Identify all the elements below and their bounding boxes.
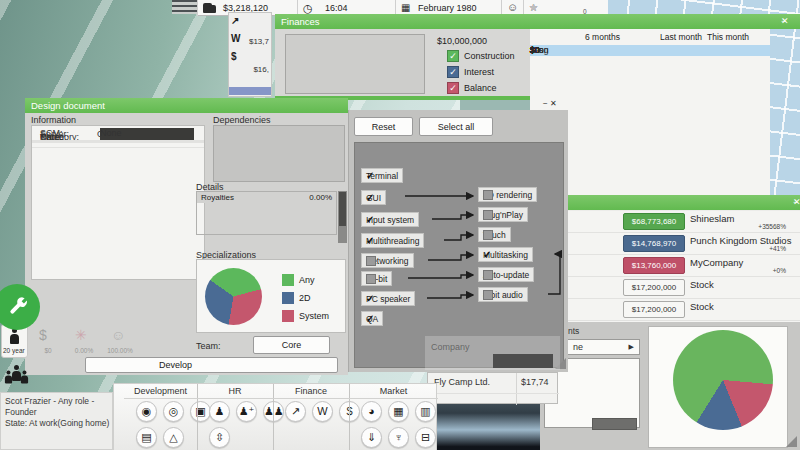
spec-legend-swatch — [282, 292, 294, 304]
stock-value-chip: $17,200,000 — [623, 301, 685, 318]
faded-stat-label: 0.00% — [69, 347, 99, 354]
spec-legend-label: Any — [299, 275, 315, 285]
stock-value-chip: $17,200,000 — [623, 279, 685, 296]
feature-64-bit[interactable]: 64-bit — [361, 271, 392, 286]
legend-checkbox[interactable]: ✓ — [447, 50, 459, 62]
company-row-name[interactable]: Fly Camp Ltd. — [434, 377, 490, 387]
resize-handle[interactable] — [786, 436, 797, 447]
company-list: Fly Camp Ltd. $17,74 — [427, 372, 558, 404]
trend-icon[interactable]: ↗ — [285, 401, 306, 422]
stock-window: −✕ $68,773,680Shineslam+35568%$14,768,97… — [568, 195, 800, 322]
finances-y-max: $10,000,000 — [437, 36, 487, 46]
toolbar-section-title: Development — [124, 386, 197, 396]
computer-icon[interactable]: ▣ — [190, 401, 211, 422]
stock-row[interactable]: $17,200,000Stock — [568, 277, 800, 299]
company-header: Company — [431, 342, 470, 352]
dependencies-label: Dependencies — [213, 115, 271, 125]
feature-auto-update[interactable]: Auto-update — [478, 267, 534, 282]
dollar-icon[interactable]: $ — [231, 51, 237, 62]
spec-legend-label: System — [299, 311, 329, 321]
design-titlebar[interactable]: Design document — [25, 98, 348, 113]
research-icon[interactable]: △ — [163, 427, 184, 448]
payments-button[interactable] — [592, 418, 637, 430]
toolbar-section-title: HR — [197, 386, 273, 396]
distribution-icon[interactable]: ⇓ — [361, 427, 382, 448]
market-globe-icon[interactable]: ◕ — [361, 401, 382, 422]
spec-legend-swatch — [282, 310, 294, 322]
line-chart-icon[interactable]: W — [231, 33, 240, 44]
legend-checkbox[interactable]: ✓ — [447, 82, 459, 94]
stock-titlebar[interactable] — [568, 195, 800, 210]
stock-value-chip: $13,760,000 — [623, 257, 685, 274]
stock-name: Stock — [690, 301, 714, 312]
finance-table-titlebar[interactable]: −✕ — [530, 14, 800, 29]
feature-terminal[interactable]: ✓Terminal — [361, 168, 403, 183]
info-value[interactable]: None — [100, 128, 122, 138]
money-icon-2 — [209, 5, 216, 13]
group-tool[interactable] — [3, 361, 33, 393]
person-icon — [10, 328, 19, 344]
wrench-icon — [6, 295, 30, 319]
close-icon: ✕ — [793, 195, 800, 210]
side-chart-panel: ↗W$ $13,7$16, — [228, 12, 272, 97]
company-row-value: $17,74 — [521, 377, 549, 387]
details-scrollbar[interactable] — [338, 191, 347, 243]
legend-label: Construction — [464, 51, 515, 61]
stock-change: +35568% — [758, 223, 786, 230]
features-panel: Reset Select all ✓Terminal✓GUI✓Input sys… — [348, 110, 568, 372]
info-row: SCM:None — [32, 126, 204, 141]
employee-status-panel: Scot Frazier - Any role -FounderState: A… — [0, 392, 113, 450]
legend-checkbox[interactable]: ✓ — [447, 66, 459, 78]
design-title: Design document — [31, 100, 105, 111]
stock-row[interactable]: $13,760,000MyCompany+0% — [568, 255, 800, 277]
feature-multithreading[interactable]: ✓Multithreading — [361, 233, 424, 248]
faded-stat-icon: $ — [39, 327, 47, 343]
mood-smiley-icon: ☺ — [507, 1, 518, 13]
employee-icon[interactable]: ♟ — [209, 401, 230, 422]
faded-stat-icon: ☺ — [111, 327, 125, 343]
spec-legend-any: Any — [282, 274, 342, 288]
stock-row[interactable]: $68,773,680Shineslam+35568% — [568, 211, 800, 233]
stock-row[interactable]: $17,200,000Stock — [568, 299, 800, 321]
stock-name: Shineslam — [690, 213, 734, 224]
modules-icon[interactable]: ◉ — [136, 401, 157, 422]
close-icon: ✕ — [781, 14, 789, 29]
feature-networking[interactable]: Networking — [361, 253, 414, 268]
feature-3d-rendering[interactable]: 3D rendering — [478, 187, 537, 202]
dependencies-box — [213, 125, 345, 182]
calendar-deals-icon[interactable]: ⊟ — [415, 427, 436, 448]
company-tab[interactable] — [493, 354, 553, 368]
mini-window-controls[interactable]: − ✕ — [543, 99, 557, 108]
feature-8-bit-audio[interactable]: 8-bit audio — [478, 287, 528, 302]
spec-legend-label: 2D — [299, 293, 311, 303]
team-select-button[interactable]: Core — [253, 336, 330, 354]
legend-label: Balance — [464, 83, 497, 93]
star-icon: ★ — [529, 0, 538, 15]
publisher-icon[interactable]: ♆ — [388, 427, 409, 448]
toolbar-header-line — [124, 398, 197, 399]
feature-gui[interactable]: ✓GUI — [361, 190, 386, 205]
faded-stat-label: $0 — [33, 347, 63, 354]
status-line: Founder — [5, 407, 37, 417]
stocks-icon[interactable]: ▦ — [388, 401, 409, 422]
hire-employee-icon[interactable]: ♟⁺ — [236, 401, 257, 422]
faded-stat: $$0 — [31, 325, 63, 361]
news-icon[interactable]: ▥ — [415, 401, 436, 422]
chart-icon[interactable]: W — [312, 401, 333, 422]
roles-icon[interactable]: ⇳ — [209, 427, 230, 448]
bottom-toolbar: Development◉◎▣▤△HR♟♟⁺♟♟⇳Finance↗W$Market… — [113, 383, 437, 450]
feature-input-system[interactable]: ✓Input system — [361, 212, 419, 227]
feature-qa[interactable]: ✓QA — [361, 311, 383, 326]
spec-legend-swatch — [282, 274, 294, 286]
finances-title: Finances — [281, 16, 320, 27]
trend-arrow-icon[interactable]: ↗ — [231, 15, 239, 26]
feature-plug-nplay[interactable]: Plug'nPlay — [478, 207, 528, 222]
stock-row[interactable]: $14,768,970Punch Kingdom Studios+41% — [568, 233, 800, 255]
contract-icon[interactable]: ▤ — [136, 427, 157, 448]
time-value: 16:04 — [325, 3, 348, 13]
stock-change: +0% — [773, 267, 786, 274]
feature-touch[interactable]: Touch — [478, 227, 511, 242]
feature-multitasking[interactable]: ✓Multitasking — [478, 247, 533, 262]
os-disc-icon[interactable]: ◎ — [163, 401, 184, 422]
feature-pc-speaker[interactable]: ✓PC speaker — [361, 291, 415, 306]
